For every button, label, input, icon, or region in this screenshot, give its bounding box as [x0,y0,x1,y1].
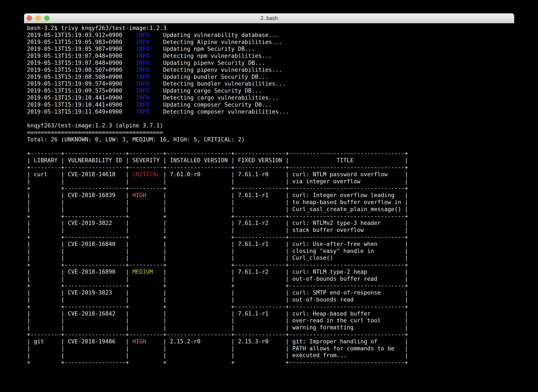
log-line: 2019-05-13T15:19:11.649+0900 INFO Detect… [27,108,514,115]
log-timestamp: 2019-05-13T15:19:07.048+0900 [27,60,136,66]
blank-line [27,143,514,150]
log-level-info: INFO [136,74,149,80]
text-segment: | | CVE-2018-16890 | [27,268,132,275]
table-row: | | CVE-2018-16840 | | | 7.61.1-r1 | cur… [27,241,514,247]
log-level-info: INFO [136,108,149,115]
table-row-separator: + +------------------+ + + +------------… [27,359,514,366]
table-row: | | | | | | out-of-bounds read | [27,296,514,303]
minimize-button[interactable] [35,15,41,21]
text-segment: +---------+------------------+----------… [27,331,408,338]
severity-high: HIGH [132,338,146,345]
text-segment: | | | | | | stack buffer overflow | [27,227,408,233]
window-title-bar[interactable]: 2. bash [24,13,514,23]
table-header-row: | LIBRARY | VULNERABILITY ID | SEVERITY … [27,157,514,164]
log-timestamp: 2019-05-13T15:19:08.507+0900 [27,66,136,73]
table-border: +---------+------------------+----------… [27,331,514,338]
table-row-separator: + +------------------+ + +--------------… [27,233,514,241]
table-row: | curl | CVE-2018-14618 | CRITICAL | 7.6… [27,171,514,178]
traffic-lights [27,13,50,23]
log-message: Updating pipenv Security DB... [149,60,265,66]
table-row-separator: + +------------------+ + +--------------… [27,303,514,310]
table-row: | | CVE-2019-3823 | | | | curl: SMTP end… [27,289,514,296]
table-row-separator: + +------------------+----------+ +-----… [27,261,514,268]
text-segment: | | | | | | via integer overflow | [27,178,408,185]
text-segment: | | | | | | out-of-bounds read | [27,296,408,303]
log-line: 2019-05-13T15:19:09.574+0900 INFO Detect… [27,80,514,87]
log-level-info: INFO [136,101,149,108]
table-row: | | | | | | Curl_sasl_create_plain_messa… [27,206,514,213]
zoom-button[interactable] [44,15,50,21]
artifact-underline: ======================================== [27,129,514,136]
table-row: | | | | | | warning formatting | [27,324,514,331]
log-timestamp: 2019-05-13T15:19:09.574+0900 [27,80,136,87]
log-level-info: INFO [136,32,149,38]
log-message: Updating npm Security DB... [149,46,255,52]
text-segment: | 2.15.2-r0 | 2.15.3-r0 | git: Improper … [146,338,408,345]
log-message: Updating bundler Security DB... [149,74,268,80]
text-segment: + +------------------+----------+ +-----… [27,261,408,268]
table-row: | | CVE-2018-16839 | HIGH | | 7.61.1-r1 … [27,192,514,199]
text-segment: +---------+------------------+----------… [27,150,408,157]
text-segment: | 7.61.0-r0 | 7.61.1-r0 | curl: NTLM pas… [160,171,408,177]
log-message: Detecting composer vulnerabilities... [149,108,289,115]
table-row-separator: + +------------------+ + +--------------… [27,213,514,220]
log-level-info: INFO [136,46,149,52]
log-line: 2019-05-13T15:19:10.441+0900 INFO Updati… [27,101,514,108]
log-timestamp: 2019-05-13T15:19:08.508+0900 [27,74,136,80]
text-segment: + +------------------+ + +--------------… [27,303,408,310]
desktop: { "window": { "title": "2. bash", "traff… [0,0,538,392]
log-timestamp: 2019-05-13T15:19:05.987+0900 [27,46,136,52]
text-segment: | | | | | | warning formatting | [27,324,408,331]
text-segment: | | CVE-2019-3823 | | | | curl: SMTP end… [27,289,408,296]
terminal-body[interactable]: bash-3.2$ trivy knqyf263/test-image:1.2.… [27,25,514,387]
log-message: Detecting Alpine vulnerabilities... [149,39,282,45]
log-level-info: INFO [136,94,149,101]
log-timestamp: 2019-05-13T15:19:10.441+0900 [27,101,136,108]
table-border: +---------+------------------+----------… [27,164,514,171]
text-segment: ======================================== [27,129,163,136]
severity-high: HIGH [132,192,146,198]
text-segment: | | | | | | closing "easy" handle in | [27,247,408,254]
table-row: | | | | | | closing "easy" handle in | [27,247,514,255]
log-line: 2019-05-13T15:19:08.508+0900 INFO Updati… [27,74,514,80]
text-segment: +---------+------------------+----------… [27,164,408,171]
log-timestamp: 2019-05-13T15:19:09.575+0900 [27,87,136,94]
artifact-title: knqyf263/test-image:1.2.3 (alpine 3.7.1) [27,122,514,129]
table-row: | | CVE-2019-3822 | | | 7.61.1-r2 | curl… [27,219,514,227]
text-segment: | | CVE-2019-3822 | | | 7.61.1-r2 | curl… [27,219,408,226]
log-line: 2019-05-13T15:19:07.048+0900 INFO Detect… [27,52,514,60]
log-timestamp: 2019-05-13T15:19:11.649+0900 [27,108,136,115]
text-segment: + +------------------+ + +--------------… [27,233,408,240]
text-segment: | LIBRARY | VULNERABILITY ID | SEVERITY … [27,157,408,163]
log-message: Detecting bundler vulnerabilities... [149,80,285,87]
text-segment: | | 7.61.1-r2 | curl: NTLM type-2 heap | [153,268,408,275]
log-timestamp: 2019-05-13T15:19:05.983+0900 [27,39,136,45]
table-row: | | | | | | over-read in the curl tool | [27,317,514,324]
terminal-output: bash-3.2$ trivy knqyf263/test-image:1.2.… [27,25,514,366]
text-segment: + +------------------+ + +--------------… [27,213,408,219]
log-timestamp: 2019-05-13T15:19:03.912+0900 [27,32,136,38]
text-segment: + +------------------+----------+ +-----… [27,185,408,191]
log-timestamp: 2019-05-13T15:19:07.048+0900 [27,52,136,59]
text-segment: | | | | | | to heap-based buffer overflo… [27,199,408,205]
close-button[interactable] [27,15,32,21]
log-level-info: INFO [136,80,149,87]
text-segment: knqyf263/test-image:1.2.3 (alpine 3.7.1) [27,122,163,129]
text-segment: | | | | | | Curl_close() | [27,254,408,261]
table-row: | | CVE-2018-16842 | | | 7.61.1-r1 | cur… [27,310,514,317]
log-level-info: INFO [136,60,149,66]
table-row-separator: + +------------------+----------+ +-----… [27,185,514,192]
shell-command-line: bash-3.2$ trivy knqyf263/test-image:1.2.… [27,25,514,32]
log-level-info: INFO [136,66,149,73]
text-segment: | | | | | | out-of-bounds buffer read | [27,275,408,282]
log-level-info: INFO [136,87,149,94]
severity-critical: CRITICAL [132,171,160,177]
command-text: trivy knqyf263/test-image:1.2.3 [61,25,166,31]
table-row: | | | | | | out-of-bounds buffer read | [27,275,514,282]
log-line: 2019-05-13T15:19:05.987+0900 INFO Updati… [27,46,514,52]
table-row: | | CVE-2018-16890 | MEDIUM | | 7.61.1-r… [27,268,514,275]
log-line: 2019-05-13T15:19:03.912+0900 INFO Updati… [27,32,514,39]
log-message: Updating cargo Security DB... [149,87,262,94]
log-line: 2019-05-13T15:19:07.048+0900 INFO Updati… [27,60,514,66]
log-message: Detecting cargo vulnerabilities... [149,94,278,101]
